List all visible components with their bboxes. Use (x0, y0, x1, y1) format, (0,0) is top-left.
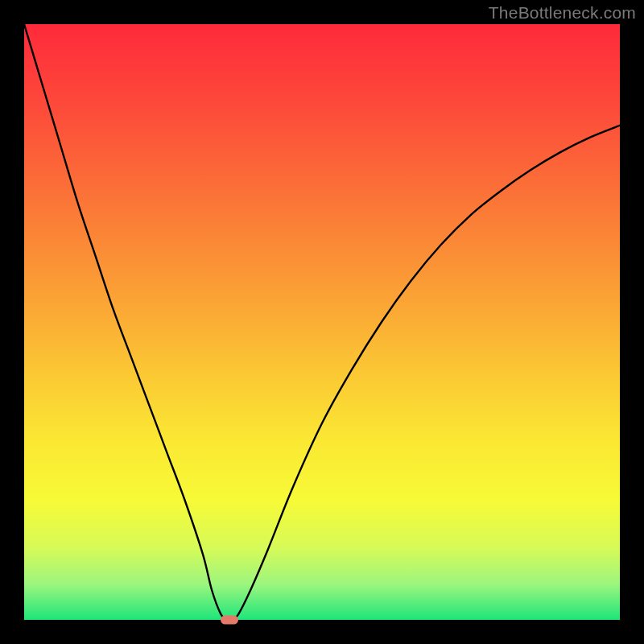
plot-area (24, 24, 620, 620)
chart-svg (24, 24, 620, 620)
chart-frame: TheBottleneck.com (0, 0, 644, 644)
chart-background (24, 24, 620, 620)
watermark-text: TheBottleneck.com (489, 3, 636, 23)
minimum-marker (221, 616, 238, 625)
